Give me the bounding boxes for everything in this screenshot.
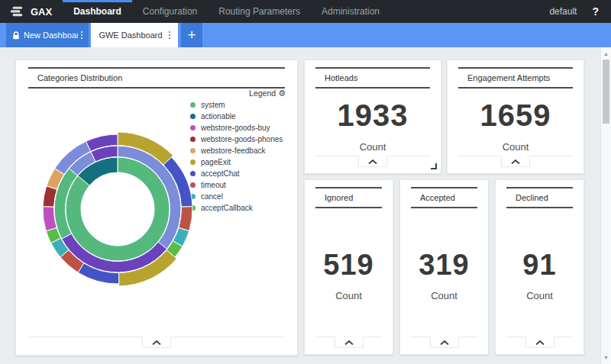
legend-label: system	[201, 101, 225, 109]
help-button[interactable]: ?	[592, 5, 599, 18]
legend-title: Legend	[249, 89, 276, 98]
main-menu: Dashboard Configuration Routing Paramete…	[63, 0, 390, 23]
stat-body: 91 Count	[496, 208, 584, 337]
resize-handle[interactable]	[431, 163, 437, 169]
scroll-down-arrow-icon[interactable]: ▼	[601, 353, 611, 362]
legend-header: Legend ⚙	[249, 89, 286, 98]
legend-item-timeout[interactable]: timeout	[190, 179, 283, 191]
user-menu[interactable]: default	[549, 6, 577, 17]
scroll-up-arrow-icon[interactable]: ▲	[601, 49, 611, 59]
legend-item-acceptCallback[interactable]: acceptCallback	[190, 202, 283, 214]
widget-title: Ignored	[315, 188, 382, 207]
legend-label: webstore-goods-buy	[201, 124, 270, 132]
stat-value: 91	[522, 250, 556, 282]
legend-settings-gear-icon[interactable]: ⚙	[278, 89, 286, 98]
chevron-up-icon	[152, 340, 161, 345]
collapse-widget-button[interactable]	[525, 337, 554, 348]
vertical-scrollbar[interactable]: ▲ ▼	[600, 47, 611, 364]
stat-value: 1933	[338, 98, 409, 132]
widget-footer	[506, 337, 573, 348]
stat-label: Count	[335, 290, 362, 301]
widget-footer	[315, 337, 382, 348]
widget-header: Hotleads	[315, 67, 430, 89]
stat-label: Count	[503, 141, 529, 153]
engagement-attempts-widget: Engagement Attempts 1659 Count	[447, 60, 584, 174]
hotleads-widget: Hotleads 1933 Count	[304, 60, 441, 174]
legend-label: actionable	[201, 112, 236, 121]
widget-title: Declined	[506, 188, 573, 207]
brand-gax: GAX	[31, 0, 52, 23]
tab-gwe-dashboard[interactable]: GWE Dashboard	[91, 23, 178, 47]
scrollbar-thumb[interactable]	[603, 60, 609, 124]
chart-legend: systemactionablewebstore-goods-buywebsto…	[190, 99, 283, 214]
legend-item-webstore-feedback[interactable]: webstore-feedback	[190, 145, 283, 156]
widget-title: Hotleads	[315, 69, 430, 87]
tab-new-dashboard[interactable]: New Dashboard (...	[6, 23, 89, 47]
widget-title: Accepted	[411, 188, 477, 207]
collapse-widget-button[interactable]	[430, 337, 459, 348]
widget-title: Categories Distribution	[28, 69, 285, 87]
accepted-widget: Accepted 319 Count	[399, 179, 489, 355]
widget-header: Accepted	[411, 187, 477, 208]
tab-label: New Dashboard (...	[24, 31, 78, 40]
stat-value: 519	[323, 250, 373, 282]
nav-item-dashboard[interactable]: Dashboard	[63, 0, 132, 23]
chevron-up-icon	[511, 159, 520, 164]
top-nav-bar: GAX Dashboard Configuration Routing Para…	[0, 0, 611, 23]
legend-item-pageExit[interactable]: pageExit	[190, 156, 283, 168]
widget-footer	[315, 156, 430, 167]
widget-header: Ignored	[315, 187, 382, 208]
tab-label: GWE Dashboard	[95, 31, 166, 40]
chevron-up-icon	[344, 340, 354, 345]
legend-label: acceptCallback	[201, 204, 253, 212]
widget-footer	[28, 337, 285, 348]
nav-right-group: default ?	[549, 0, 611, 23]
stat-label: Count	[431, 290, 457, 301]
legend-item-actionable[interactable]: actionable	[190, 111, 283, 122]
legend-item-cancel[interactable]: cancel	[190, 191, 283, 202]
collapse-widget-button[interactable]	[501, 156, 530, 167]
stat-value: 319	[419, 250, 469, 282]
nav-item-routing-parameters[interactable]: Routing Parameters	[208, 0, 311, 23]
legend-label: cancel	[201, 192, 223, 201]
declined-widget: Declined 91 Count	[495, 179, 584, 355]
collapse-widget-button[interactable]	[358, 156, 387, 167]
chevron-up-icon	[440, 340, 449, 345]
legend-dot-icon	[190, 102, 196, 108]
categories-distribution-widget: Categories Distribution Legend ⚙ systema…	[15, 60, 298, 356]
dashboard-tab-bar: New Dashboard (... GWE Dashboard +	[0, 23, 611, 47]
widget-header: Categories Distribution	[28, 67, 285, 89]
widget-header: Engagement Attempts	[458, 67, 573, 89]
legend-label: webstore-goods-phones	[201, 135, 283, 143]
legend-item-webstore-goods-buy[interactable]: webstore-goods-buy	[190, 122, 283, 134]
legend-item-webstore-goods-phones[interactable]: webstore-goods-phones	[190, 134, 283, 145]
widget-header: Declined	[506, 187, 573, 208]
widget-title: Engagement Attempts	[458, 69, 573, 87]
ignored-widget: Ignored 519 Count	[304, 179, 393, 355]
stat-body: 319 Count	[400, 208, 488, 337]
legend-item-acceptChat[interactable]: acceptChat	[190, 168, 283, 179]
stat-value: 1659	[480, 98, 551, 132]
legend-dot-icon	[190, 114, 196, 119]
stat-label: Count	[360, 141, 386, 153]
categories-sunburst-chart	[33, 124, 202, 294]
stat-body: 1933 Count	[305, 89, 441, 156]
tab-menu-dots-icon[interactable]	[78, 31, 86, 39]
tab-menu-dots-icon[interactable]	[166, 31, 173, 39]
widget-footer	[411, 337, 477, 348]
stat-body: 519 Count	[305, 208, 393, 337]
legend-label: timeout	[201, 181, 226, 189]
legend-item-system[interactable]: system	[190, 99, 283, 111]
lock-icon	[12, 31, 20, 40]
legend-label: webstore-feedback	[201, 147, 266, 155]
nav-item-configuration[interactable]: Configuration	[132, 0, 208, 23]
widget-footer	[458, 156, 573, 167]
add-dashboard-button[interactable]: +	[181, 23, 202, 47]
nav-item-administration[interactable]: Administration	[311, 0, 390, 23]
chevron-up-icon	[535, 340, 545, 345]
collapse-widget-button[interactable]	[142, 337, 171, 348]
legend-label: pageExit	[201, 158, 231, 166]
collapse-widget-button[interactable]	[335, 337, 364, 348]
chevron-up-icon	[368, 159, 377, 164]
legend-label: acceptChat	[201, 169, 240, 178]
